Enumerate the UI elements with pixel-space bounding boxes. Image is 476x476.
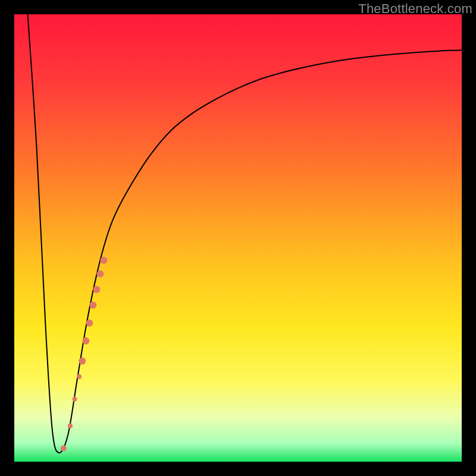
data-marker: [77, 374, 82, 379]
data-marker: [96, 270, 104, 277]
data-marker: [93, 286, 100, 293]
gradient-background: [14, 14, 462, 462]
data-marker: [86, 320, 93, 327]
data-marker: [82, 337, 89, 345]
plot-area: [14, 14, 462, 462]
data-marker: [61, 445, 67, 451]
data-marker: [100, 257, 107, 264]
data-marker: [73, 397, 77, 402]
bottleneck-chart: [14, 14, 462, 462]
watermark-text: TheBottleneck.com: [358, 1, 472, 17]
data-marker: [79, 358, 86, 365]
data-marker: [89, 302, 96, 309]
data-marker: [68, 424, 73, 428]
chart-frame: TheBottleneck.com: [0, 0, 476, 476]
